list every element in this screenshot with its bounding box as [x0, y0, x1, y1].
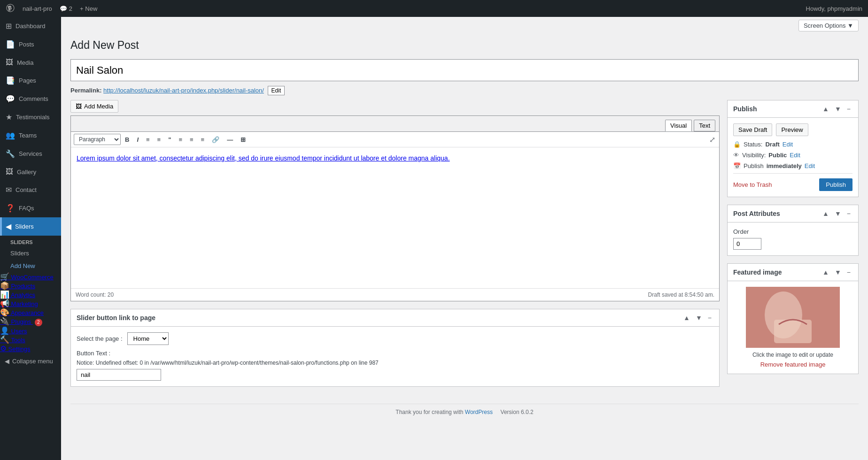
- sidebar-item-services[interactable]: 🔧 Services: [0, 145, 61, 163]
- unordered-list-btn[interactable]: ≡: [143, 134, 153, 145]
- sidebar-item-settings[interactable]: ⚙ Settings: [0, 344, 61, 353]
- bold-btn[interactable]: B: [122, 134, 132, 145]
- editor-toolbar: Paragraph B I ≡ ≡ " ≡ ≡ ≡ 🔗 —: [71, 132, 719, 147]
- add-media-label: Add Media: [84, 103, 113, 110]
- featured-image-up-btn[interactable]: ▲: [821, 268, 831, 277]
- featured-image-thumbnail[interactable]: [746, 287, 840, 348]
- ordered-list-btn[interactable]: ≡: [154, 134, 164, 145]
- insert-more-btn[interactable]: —: [224, 134, 236, 145]
- main-content: Screen Options ▼ Add New Post Permalink:…: [61, 17, 868, 460]
- publish-time-edit-link[interactable]: Edit: [805, 162, 815, 169]
- page-wrap: Add New Post Permalink: http://localhost…: [70, 39, 859, 394]
- button-text-label: Button Text :: [77, 350, 110, 357]
- add-new-btn[interactable]: + New: [80, 5, 97, 12]
- permalink-label: Permalink:: [70, 87, 101, 94]
- featured-image-header: Featured image ▲ ▼ −: [728, 264, 858, 281]
- sidebar-item-faqs[interactable]: ❓ FAQs: [0, 199, 61, 217]
- status-label: Status:: [744, 141, 762, 148]
- publish-box-down-btn[interactable]: ▼: [833, 104, 843, 114]
- order-input[interactable]: [733, 238, 761, 250]
- sidebar-item-woocommerce[interactable]: 🛒 WooCommerce: [0, 272, 61, 281]
- blockquote-btn[interactable]: ": [165, 134, 174, 145]
- save-draft-btn[interactable]: Save Draft: [733, 123, 772, 136]
- publish-controls: ▲ ▼ −: [821, 104, 852, 114]
- align-left-btn[interactable]: ≡: [175, 134, 186, 145]
- sidebar-item-pages[interactable]: 📑 Pages: [0, 71, 61, 90]
- publish-time-value: immediately: [767, 162, 802, 169]
- screen-options-btn[interactable]: Screen Options ▼: [798, 20, 859, 31]
- publish-time-label: Publish: [744, 162, 764, 169]
- visual-tab[interactable]: Visual: [665, 120, 692, 131]
- version-text: Version 6.0.2: [501, 409, 534, 415]
- status-edit-link[interactable]: Edit: [783, 141, 793, 148]
- editor-area[interactable]: Lorem ipsum dolor sit amet, consectetur …: [71, 147, 719, 288]
- sidebar-item-users[interactable]: 👤 Users: [0, 326, 61, 335]
- page-select-dropdown[interactable]: Home About Services Contact Gallery: [127, 332, 169, 345]
- slider-box-controls: ▲ ▼ −: [682, 313, 713, 322]
- slider-box-down-btn[interactable]: ▼: [694, 313, 704, 322]
- featured-image-placeholder: [746, 287, 840, 348]
- attributes-down-btn[interactable]: ▼: [833, 209, 843, 218]
- remove-featured-image-link[interactable]: Remove featured image: [760, 361, 826, 368]
- sidebar-item-plugins[interactable]: 🔌 Plugins 2: [0, 317, 61, 326]
- permalink-edit-btn[interactable]: Edit: [268, 86, 285, 95]
- sidebar-item-marketing[interactable]: 📢 Marketing: [0, 299, 61, 308]
- featured-image-down-btn[interactable]: ▼: [833, 268, 843, 277]
- align-right-btn[interactable]: ≡: [198, 134, 208, 145]
- expand-editor-btn[interactable]: ⤢: [708, 134, 716, 145]
- sidebar-item-products[interactable]: 📦 Products: [0, 281, 61, 290]
- page-title: Add New Post: [70, 39, 859, 52]
- attributes-up-btn[interactable]: ▲: [821, 209, 831, 218]
- sidebar-item-teams[interactable]: 👥 Teams: [0, 126, 61, 145]
- sidebar-item-tools[interactable]: 🔨 Tools: [0, 335, 61, 344]
- order-label: Order: [733, 228, 749, 235]
- add-media-btn[interactable]: 🖼 Add Media: [70, 100, 118, 113]
- permalink-url[interactable]: http://localhost/luzuk/nail-art-pro/inde…: [103, 87, 264, 94]
- slider-box-close-btn[interactable]: −: [706, 313, 713, 322]
- preview-btn[interactable]: Preview: [776, 123, 808, 136]
- publish-box-close-btn[interactable]: −: [845, 104, 852, 114]
- submenu-add-new[interactable]: Add New: [0, 260, 61, 272]
- sidebar-item-comments[interactable]: 💬 Comments: [0, 90, 61, 108]
- wp-logo-icon[interactable]: [6, 3, 15, 14]
- move-to-trash-link[interactable]: Move to Trash: [733, 181, 772, 188]
- wp-footer: Thank you for creating with WordPress Ve…: [70, 404, 859, 420]
- text-tab[interactable]: Text: [694, 120, 715, 131]
- screen-options-wrap: Screen Options ▼: [70, 17, 859, 34]
- sidebar-item-analytics[interactable]: 📊 Analytics: [0, 290, 61, 299]
- site-name[interactable]: nail-art-pro: [23, 5, 52, 12]
- paragraph-select[interactable]: Paragraph: [74, 134, 121, 145]
- comments-count[interactable]: 💬 2: [60, 5, 72, 12]
- sidebar-item-testimonials[interactable]: ★ Testimonials: [0, 108, 61, 126]
- admin-bar: nail-art-pro 💬 2 + New Howdy, phpmyadmin: [0, 0, 868, 17]
- table-btn[interactable]: ⊞: [237, 134, 249, 145]
- sidebar-item-sliders[interactable]: ◀ Sliders: [0, 217, 61, 236]
- sidebar-item-dashboard[interactable]: ⊞ Dashboard: [0, 17, 61, 35]
- sidebar-item-appearance[interactable]: 🎨 Appearance: [0, 308, 61, 317]
- button-text-input[interactable]: [77, 369, 161, 381]
- admin-menu: ⊞ Dashboard 📄 Posts 🖼 Media 📑 Pages 💬 Co…: [0, 17, 61, 236]
- post-attributes-controls: ▲ ▼ −: [821, 209, 852, 218]
- sidebar-item-gallery[interactable]: 🖼 Gallery: [0, 163, 61, 181]
- align-center-btn[interactable]: ≡: [186, 134, 197, 145]
- italic-btn[interactable]: I: [133, 134, 142, 145]
- wordpress-link[interactable]: WordPress: [465, 409, 493, 415]
- sidebar-item-posts[interactable]: 📄 Posts: [0, 35, 61, 54]
- attributes-close-btn[interactable]: −: [845, 209, 852, 218]
- link-btn[interactable]: 🔗: [209, 134, 223, 145]
- permalink-row: Permalink: http://localhost/luzuk/nail-a…: [70, 86, 859, 95]
- collapse-menu-btn[interactable]: ◀ Collapse menu: [0, 353, 61, 369]
- publish-actions: Save Draft Preview: [733, 123, 852, 136]
- publish-box-up-btn[interactable]: ▲: [821, 104, 831, 114]
- post-title-input[interactable]: [70, 59, 859, 81]
- submenu-sliders-list[interactable]: Sliders: [0, 247, 61, 260]
- publish-btn[interactable]: Publish: [819, 178, 852, 191]
- editor-container: Visual Text Paragraph B I ≡ ≡: [70, 115, 720, 301]
- slider-box-up-btn[interactable]: ▲: [682, 313, 692, 322]
- slider-box-content: Select the page : Home About Services Co…: [71, 327, 719, 386]
- visibility-edit-link[interactable]: Edit: [790, 152, 800, 159]
- featured-image-content: Click the image to edit or update Remove…: [728, 281, 858, 374]
- sidebar-item-media[interactable]: 🖼 Media: [0, 54, 61, 71]
- sidebar-item-contact[interactable]: ✉ Contact: [0, 181, 61, 199]
- featured-image-close-btn[interactable]: −: [845, 268, 852, 277]
